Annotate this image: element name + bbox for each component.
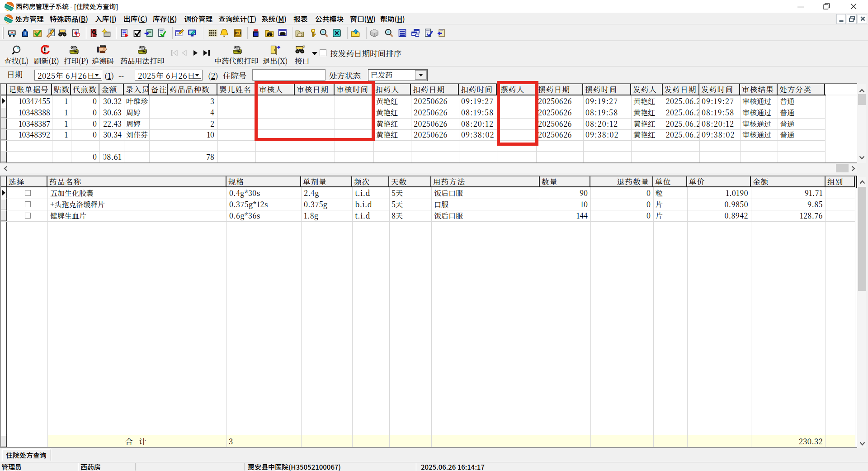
svg-text:P.U: P.U [236,31,241,35]
